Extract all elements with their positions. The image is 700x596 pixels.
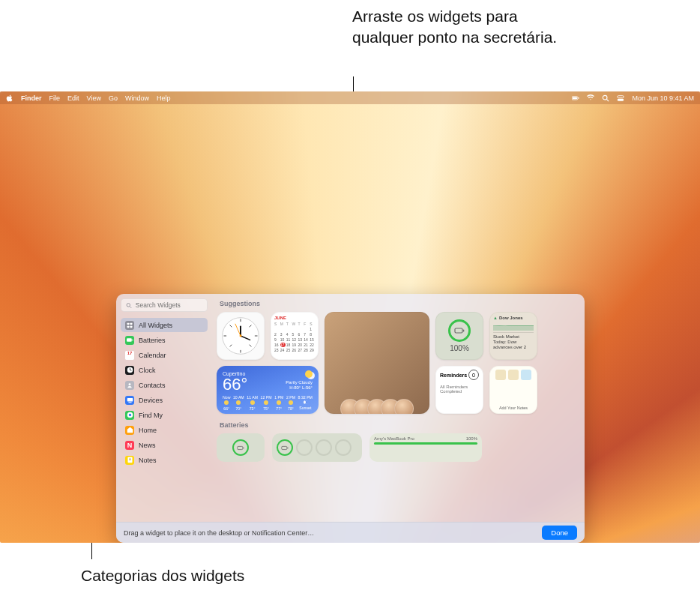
device-name: Amy's MacBook Pro bbox=[374, 436, 414, 441]
svg-point-7 bbox=[127, 303, 130, 306]
svg-rect-13 bbox=[127, 338, 132, 342]
sidebar-category-contacts[interactable]: Contacts bbox=[121, 378, 208, 392]
grid-icon bbox=[125, 321, 134, 330]
menubar-app[interactable]: Finder bbox=[21, 94, 42, 102]
search-widgets-field[interactable] bbox=[121, 298, 208, 312]
svg-point-38 bbox=[240, 335, 242, 337]
menubar-item[interactable]: Go bbox=[109, 94, 118, 102]
svg-rect-6 bbox=[618, 98, 624, 100]
wifi-status-icon[interactable] bbox=[587, 94, 594, 102]
findmy-icon bbox=[125, 411, 134, 420]
widget-gallery-window: All WidgetsBatteries17CalendarClockConta… bbox=[116, 294, 585, 543]
battery-ring-icon bbox=[448, 319, 471, 342]
widget-stocks[interactable]: ▲Dow Jones Stock Market Today: Dow advan… bbox=[489, 312, 537, 360]
svg-rect-19 bbox=[127, 398, 133, 402]
apple-menu-icon[interactable] bbox=[6, 94, 13, 102]
svg-rect-20 bbox=[128, 402, 132, 403]
news-icon: N bbox=[125, 441, 134, 450]
reminders-title: Reminders bbox=[440, 373, 467, 378]
sidebar-category-calendar[interactable]: 17Calendar bbox=[121, 348, 208, 362]
home-icon bbox=[125, 426, 134, 435]
weather-hour: 8:32 PMSunset bbox=[298, 395, 313, 411]
menubar-datetime[interactable]: Mon Jun 10 9:41 AM bbox=[632, 94, 694, 102]
sidebar-category-home[interactable]: Home bbox=[121, 423, 208, 437]
sidebar-category-batteries[interactable]: Batteries bbox=[121, 333, 208, 347]
sidebar-category-clock[interactable]: Clock bbox=[121, 363, 208, 377]
svg-line-8 bbox=[130, 306, 131, 307]
stocks-symbol: Dow Jones bbox=[499, 316, 523, 320]
menubar-item[interactable]: Window bbox=[125, 94, 149, 102]
spotlight-icon[interactable] bbox=[602, 94, 609, 102]
svg-rect-40 bbox=[463, 330, 464, 332]
widget-weather[interactable]: Cupertino 66° Partly Cloudy H:80° L:56° … bbox=[217, 366, 319, 414]
widget-battery-wide[interactable]: Amy's MacBook Pro100% bbox=[369, 433, 482, 462]
weather-hour: 10 AM70° bbox=[233, 395, 244, 411]
svg-rect-44 bbox=[288, 447, 289, 448]
svg-rect-11 bbox=[127, 325, 130, 328]
menubar-item[interactable]: Help bbox=[157, 94, 171, 102]
device-pct: 100% bbox=[466, 436, 477, 441]
sidebar-category-label: Notes bbox=[139, 457, 157, 464]
widget-reminders[interactable]: Reminders0 All Reminders Completed bbox=[435, 366, 483, 414]
photos-preview bbox=[340, 399, 414, 414]
section-suggestions-title: Suggestions bbox=[220, 300, 577, 307]
svg-rect-1 bbox=[573, 97, 577, 99]
sidebar-category-label: Clock bbox=[139, 367, 156, 374]
sidebar-category-label: Devices bbox=[139, 397, 163, 404]
sidebar-category-news[interactable]: NNews bbox=[121, 438, 208, 452]
calendar-icon: 17 bbox=[125, 351, 134, 360]
weather-hour: Now66° bbox=[223, 395, 230, 411]
widget-gallery-sidebar: All WidgetsBatteries17CalendarClockConta… bbox=[116, 294, 212, 522]
svg-rect-41 bbox=[238, 446, 243, 449]
weather-condition: Partly Cloudy H:80° L:56° bbox=[286, 370, 313, 391]
widget-battery-multi[interactable] bbox=[272, 433, 362, 462]
weather-hour: 11 AM73° bbox=[247, 395, 258, 411]
calendar-month: June bbox=[274, 316, 315, 320]
menubar-item[interactable]: Edit bbox=[67, 94, 79, 102]
notes-icon bbox=[125, 456, 134, 465]
stocks-headline: Stock Market Today: Dow advances over 2 bbox=[493, 332, 534, 350]
battery-status-icon[interactable] bbox=[572, 94, 579, 102]
reminders-count: 0 bbox=[468, 370, 479, 380]
sidebar-category-label: Calendar bbox=[139, 352, 166, 359]
sidebar-category-notes[interactable]: Notes bbox=[121, 453, 208, 467]
widget-notes[interactable]: Add Your Notes bbox=[489, 366, 537, 414]
widget-battery[interactable]: 100% bbox=[435, 312, 483, 360]
weather-hour: 2 PM78° bbox=[286, 395, 295, 411]
search-input[interactable] bbox=[136, 301, 202, 309]
search-icon bbox=[126, 302, 132, 309]
clock-face-icon bbox=[220, 316, 261, 356]
sidebar-category-label: Batteries bbox=[139, 337, 166, 344]
svg-point-22 bbox=[128, 414, 130, 416]
sidebar-category-label: All Widgets bbox=[139, 322, 172, 329]
sidebar-category-all-widgets[interactable]: All Widgets bbox=[121, 318, 208, 332]
svg-rect-14 bbox=[132, 339, 133, 340]
widget-clock[interactable] bbox=[217, 312, 265, 360]
svg-rect-42 bbox=[244, 447, 244, 448]
notes-thumbnails bbox=[495, 370, 531, 380]
sidebar-category-find-my[interactable]: Find My bbox=[121, 408, 208, 422]
svg-rect-39 bbox=[455, 328, 462, 333]
callout-categories: Categorias dos widgets bbox=[81, 565, 244, 586]
widget-gallery-content: Suggestions bbox=[212, 294, 585, 522]
widget-photos[interactable] bbox=[325, 312, 429, 414]
contacts-icon bbox=[125, 381, 134, 390]
desktop-screenshot: Finder File Edit View Go Window Help Mon… bbox=[0, 91, 700, 543]
devices-icon bbox=[125, 396, 134, 405]
svg-point-3 bbox=[603, 95, 608, 100]
widget-calendar[interactable]: June SMTWTFS1234567891011121314151617181… bbox=[271, 312, 319, 360]
done-button[interactable]: Done bbox=[542, 526, 577, 540]
section-batteries-title: Batteries bbox=[220, 421, 577, 429]
callout-drag: Arraste os widgets para qualquer ponto n… bbox=[352, 6, 577, 49]
svg-rect-10 bbox=[130, 322, 133, 325]
widget-battery-small[interactable] bbox=[217, 433, 265, 462]
svg-rect-2 bbox=[579, 97, 579, 99]
svg-line-4 bbox=[607, 99, 609, 101]
battery-icon bbox=[125, 336, 134, 345]
menubar-item[interactable]: File bbox=[49, 94, 61, 102]
menubar-item[interactable]: View bbox=[87, 94, 101, 102]
sidebar-category-devices[interactable]: Devices bbox=[121, 393, 208, 407]
control-center-icon[interactable] bbox=[617, 94, 624, 102]
sidebar-category-label: Home bbox=[139, 427, 157, 434]
menubar: Finder File Edit View Go Window Help Mon… bbox=[0, 91, 700, 104]
